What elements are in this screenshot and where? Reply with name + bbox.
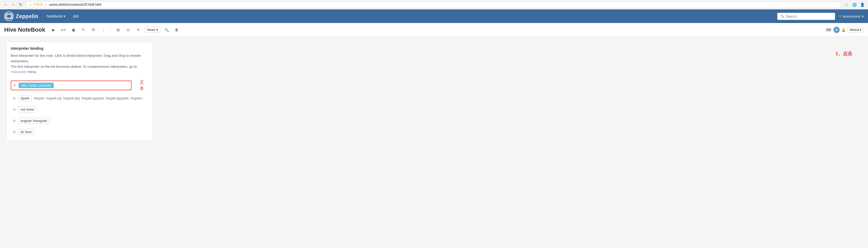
profile-button[interactable]: 👤 (859, 2, 865, 8)
warning-text: 不安全 (34, 2, 43, 7)
search-toolbar-button[interactable]: 🔍 (163, 26, 170, 34)
interpreter-aliases-spark: %spark, %spark.sql, %spark.dep, %spark.p… (34, 97, 143, 100)
user-status-dot (839, 15, 841, 17)
refresh-icon-jdbc[interactable]: ↻ (13, 83, 17, 87)
interpreter-binding-title: Interpreter binding (11, 46, 149, 50)
edit-button[interactable]: ✎ (80, 26, 87, 34)
header-right-actions: ⌨ ⚙ 🔒 default ▾ (825, 27, 864, 33)
description-line2: The first interpreter on the list become… (11, 65, 137, 69)
keyboard-shortcut-button[interactable]: ⌨ (825, 27, 832, 33)
browser-actions: ☆ 🌐 👤 (843, 2, 865, 8)
user-dropdown-arrow: ▾ (862, 14, 864, 18)
refresh-icon-md[interactable]: ↻ (13, 108, 16, 112)
interpreter-row-jdbc: ↻ jdbc %jdbc (default) 文本 (11, 79, 149, 92)
interpreter-binding-button[interactable]: ⚙ (833, 27, 840, 33)
refresh-icon-spark[interactable]: ↻ (13, 96, 16, 101)
brand-logo (4, 11, 13, 21)
interpreter-item-sh[interactable]: ↻ sh %sh (11, 128, 149, 137)
brand[interactable]: Zeppelin (4, 11, 38, 21)
interpreter-item-md[interactable]: ↻ md %md (11, 105, 149, 114)
interpreter-item-jdbc-active[interactable]: ↻ jdbc %jdbc (default) (11, 80, 131, 90)
security-warning-icon: ⚠ (29, 3, 32, 6)
address-bar[interactable]: ⚠ 不安全 | centos:8080/#/notebook/2EY64F18W (26, 1, 841, 8)
add-button[interactable]: ⊞ (115, 26, 122, 34)
lock-icon: 🔒 (841, 28, 846, 32)
interpreter-label-spark: Spark (18, 95, 32, 101)
default-dropdown-button[interactable]: default ▾ (847, 27, 864, 33)
interpreter-link[interactable]: Interpreter (11, 70, 27, 74)
interpreter-item-spark[interactable]: ↻ Spark %spark, %spark.sql, %spark.dep, … (11, 94, 149, 103)
refresh-icon-angular[interactable]: ↻ (13, 119, 16, 123)
refresh-icon-sh[interactable]: ↻ (13, 130, 16, 134)
delete-button[interactable]: 🗑 (173, 26, 180, 34)
interpreter-binding-description: Bind interpreter for this note. Click to… (11, 53, 149, 75)
head-dropdown-label: Head (147, 28, 155, 32)
interpreter-list: ↻ jdbc %jdbc (default) 文本 ↻ Spark %spark… (11, 79, 149, 137)
user-area[interactable]: anonymous ▾ (839, 14, 864, 18)
description-line2-end: menu. (28, 70, 37, 74)
zeppelin-logo-svg (4, 12, 13, 21)
run-button[interactable]: ▶ (50, 26, 57, 34)
reload-button[interactable]: ↻ (17, 2, 24, 8)
clear-button[interactable]: ≡ (134, 26, 142, 34)
search-box-container: 🔍 (777, 13, 835, 20)
interpreter-label-md: md %md (18, 106, 36, 112)
annotation-text: 1、点击 (836, 50, 852, 57)
copy-button[interactable]: ⧉ (90, 26, 97, 34)
interpreter-item-angular[interactable]: ↻ angular %angular (11, 116, 149, 125)
notebook-title: Hive NoteBook (4, 27, 45, 33)
search-icon: 🔍 (780, 14, 784, 18)
default-dropdown-arrow: ▾ (860, 28, 862, 32)
interpreter-binding-section: Interpreter binding Bind interpreter for… (6, 42, 153, 141)
browser-nav-buttons: ← → ↻ (3, 2, 24, 8)
red-annotation-text: 文本 (140, 79, 149, 92)
paragraph-button[interactable]: ▣ (70, 26, 77, 34)
nav-item-job[interactable]: Job (69, 12, 82, 20)
nav-menu: Notebook ▾ Job (43, 12, 82, 20)
head-dropdown[interactable]: Head ▾ (145, 27, 160, 33)
interpreter-tag-jdbc[interactable]: jdbc %jdbc (default) (19, 83, 54, 88)
username-label: anonymous (843, 14, 860, 18)
default-label: default (850, 28, 859, 32)
back-button[interactable]: ← (3, 2, 9, 8)
run-all-button[interactable]: ⊳⊳ (60, 26, 67, 34)
url-text: centos:8080/#/notebook/2EY64F18W (49, 3, 101, 6)
search-input[interactable] (786, 14, 832, 18)
nav-item-notebook[interactable]: Notebook ▾ (43, 12, 68, 20)
description-line1: Bind interpreter for this note. Click to… (11, 54, 141, 63)
settings-button[interactable]: ⊙ (124, 26, 132, 34)
interpreter-label-sh: sh %sh (18, 129, 34, 135)
forward-button[interactable]: → (10, 2, 16, 8)
app-navbar: Zeppelin Notebook ▾ Job 🔍 anonymous ▾ (0, 9, 868, 23)
head-dropdown-arrow: ▾ (156, 28, 158, 32)
interpreter-label-angular: angular %angular (18, 118, 50, 124)
notebook-header: Hive NoteBook ▶ ⊳⊳ ▣ ✎ ⧉ ↓ ⊞ ⊙ ≡ Head ▾ … (0, 23, 868, 37)
brand-name: Zeppelin (16, 13, 38, 20)
main-content: Interpreter binding Bind interpreter for… (0, 37, 868, 168)
translate-button[interactable]: 🌐 (851, 2, 858, 8)
toolbar-divider-1 (111, 27, 111, 32)
download-button[interactable]: ↓ (100, 26, 107, 34)
bookmark-button[interactable]: ☆ (843, 2, 850, 8)
browser-chrome: ← → ↻ ⚠ 不安全 | centos:8080/#/notebook/2EY… (0, 0, 868, 9)
